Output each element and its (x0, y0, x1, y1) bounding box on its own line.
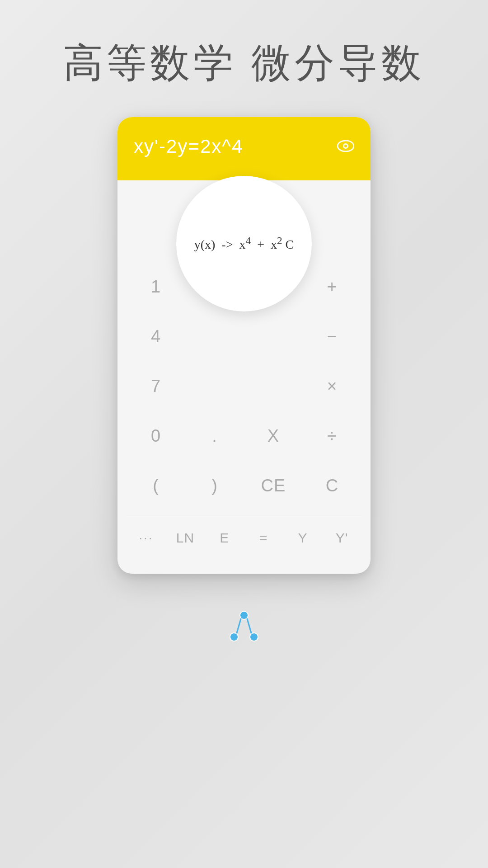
key-7[interactable]: 7 (127, 377, 185, 396)
key-x[interactable]: X (244, 426, 303, 446)
svg-point-4 (230, 633, 238, 641)
svg-line-6 (237, 619, 241, 633)
key-4[interactable]: 4 (127, 327, 185, 346)
key-row-2: 4 − (127, 311, 361, 361)
calculator-card: xy'-2y=2x^4 y(x) -> x4 + x2 C 1 2 3 + (117, 117, 371, 574)
key-open-paren[interactable]: ( (127, 476, 185, 495)
key-ln[interactable]: LN (166, 530, 205, 546)
eye-icon[interactable] (337, 137, 354, 156)
key-more[interactable]: ··· (127, 531, 166, 545)
page-title: 高等数学 微分导数 (63, 36, 425, 90)
key-ce[interactable]: CE (244, 476, 303, 495)
tree-diagram-icon (226, 610, 262, 646)
key-1[interactable]: 1 (127, 277, 185, 297)
key-row-3: 7 × (127, 361, 361, 411)
key-equals[interactable]: = (244, 530, 283, 546)
key-close-paren[interactable]: ) (185, 476, 244, 495)
key-y-prime[interactable]: Y' (322, 530, 361, 546)
key-0[interactable]: 0 (127, 426, 185, 446)
svg-point-5 (250, 633, 258, 641)
expression-display: xy'-2y=2x^4 (134, 136, 243, 157)
result-text: y(x) -> x4 + x2 C (194, 231, 294, 256)
svg-line-7 (247, 619, 251, 633)
display-area: xy'-2y=2x^4 (117, 117, 371, 180)
result-bubble: y(x) -> x4 + x2 C (176, 176, 312, 311)
key-divide[interactable]: ÷ (303, 426, 361, 446)
key-row-4: 0 . X ÷ (127, 411, 361, 461)
key-e[interactable]: E (205, 530, 244, 546)
key-row-5: ( ) CE C (127, 461, 361, 510)
svg-point-3 (240, 611, 248, 619)
func-row: ··· LN E = Y Y' (127, 515, 361, 560)
key-y[interactable]: Y (283, 530, 323, 546)
key-c[interactable]: C (303, 476, 361, 495)
key-multiply[interactable]: × (303, 377, 361, 396)
bottom-icon (226, 610, 262, 646)
key-plus[interactable]: + (303, 277, 361, 297)
svg-point-2 (344, 145, 347, 147)
key-minus[interactable]: − (303, 327, 361, 346)
key-dot[interactable]: . (185, 426, 244, 446)
